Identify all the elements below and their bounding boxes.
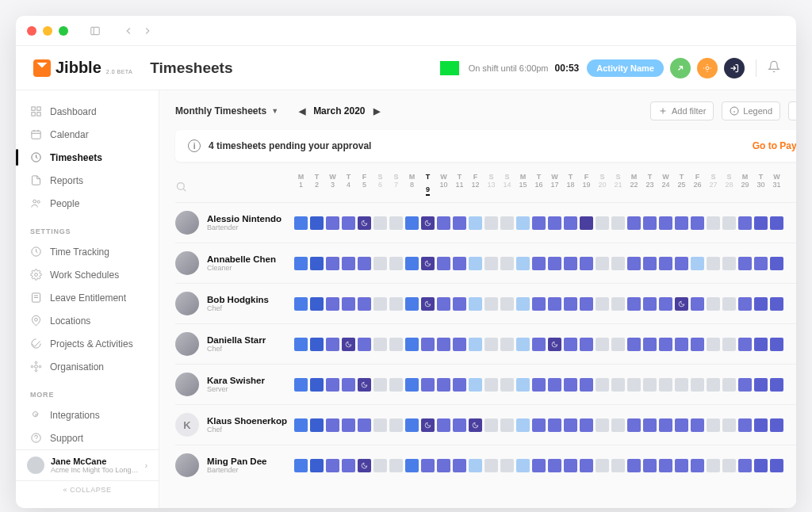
timesheet-cell[interactable] [389, 459, 403, 472]
timesheet-cell[interactable] [611, 257, 625, 270]
timesheet-cell[interactable] [548, 459, 561, 472]
timesheet-cell[interactable] [596, 257, 609, 270]
timesheet-cell[interactable] [754, 257, 768, 270]
pay-periods-link[interactable]: Go to Pay Periods [753, 140, 796, 151]
timesheet-cell[interactable] [453, 378, 466, 392]
timesheet-cell[interactable] [691, 378, 704, 392]
timesheet-cell[interactable] [722, 459, 736, 472]
timesheet-cell[interactable] [294, 459, 308, 472]
timesheet-cell[interactable] [469, 418, 482, 432]
timesheet-cell[interactable] [310, 257, 324, 270]
timesheet-cell[interactable] [342, 297, 355, 311]
timesheet-cell[interactable] [596, 418, 609, 432]
timesheet-cell[interactable] [485, 338, 498, 351]
timesheet-cell[interactable] [675, 338, 688, 351]
timesheet-cell[interactable] [675, 378, 688, 392]
timesheet-cell[interactable] [326, 216, 339, 230]
timesheet-cell[interactable] [342, 418, 355, 432]
timesheet-cell[interactable] [500, 257, 514, 270]
sidebar-item-people[interactable]: People [16, 192, 159, 215]
timesheet-cell[interactable] [516, 297, 530, 311]
timesheet-cell[interactable] [770, 418, 783, 432]
timesheet-cell[interactable] [500, 338, 514, 351]
timesheet-cell[interactable] [738, 257, 752, 270]
timesheet-cell[interactable] [707, 378, 720, 392]
person-name[interactable]: Daniella Starr [207, 335, 266, 345]
timesheet-cell[interactable] [342, 257, 355, 270]
timesheet-cell[interactable] [516, 257, 530, 270]
timesheet-cell[interactable] [675, 297, 688, 311]
timesheet-cell[interactable] [453, 257, 466, 270]
timesheet-cell[interactable] [596, 338, 609, 351]
timesheet-cell[interactable] [754, 378, 768, 392]
timesheet-cell[interactable] [611, 338, 625, 351]
forward-icon[interactable] [141, 25, 154, 37]
timesheet-cell[interactable] [358, 418, 371, 432]
current-user[interactable]: Jane McCane Acme Inc Might Too Long… › [16, 449, 159, 480]
timesheet-cell[interactable] [373, 378, 387, 392]
timesheet-cell[interactable] [389, 418, 403, 432]
timesheet-cell[interactable] [738, 297, 752, 311]
timesheet-cell[interactable] [611, 297, 625, 311]
timesheet-cell[interactable] [373, 216, 387, 230]
sidebar-item-projects-&-activities[interactable]: Projects & Activities [16, 332, 159, 355]
timesheet-cell[interactable] [659, 459, 672, 472]
timesheet-cell[interactable] [485, 216, 498, 230]
timesheet-cell[interactable] [548, 257, 561, 270]
timesheet-cell[interactable] [516, 338, 530, 351]
back-icon[interactable] [122, 25, 135, 37]
timesheet-cell[interactable] [421, 338, 435, 351]
timesheet-cell[interactable] [453, 216, 466, 230]
timesheet-cell[interactable] [342, 216, 355, 230]
sidebar-item-calendar[interactable]: Calendar [16, 123, 159, 146]
timesheet-cell[interactable] [675, 257, 688, 270]
collapse-button[interactable]: « COLLAPSE [16, 480, 159, 499]
timesheet-cell[interactable] [453, 418, 466, 432]
view-dropdown[interactable]: Monthly Timesheets▼ [175, 105, 278, 117]
logout-icon[interactable] [724, 58, 745, 78]
timesheet-cell[interactable] [738, 418, 752, 432]
timesheet-cell[interactable] [326, 459, 339, 472]
timesheet-cell[interactable] [707, 257, 720, 270]
timesheet-cell[interactable] [596, 216, 609, 230]
timesheet-cell[interactable] [754, 297, 768, 311]
person-name[interactable]: Bob Hodgkins [207, 295, 269, 304]
timesheet-cell[interactable] [326, 338, 339, 351]
timesheet-cell[interactable] [596, 459, 609, 472]
timesheet-cell[interactable] [437, 216, 450, 230]
timesheet-cell[interactable] [500, 297, 514, 311]
person-name[interactable]: Annabelle Chen [207, 254, 276, 264]
timesheet-cell[interactable] [627, 257, 641, 270]
timesheet-cell[interactable] [310, 378, 324, 392]
timesheet-cell[interactable] [358, 378, 371, 392]
sidebar-item-time-tracking[interactable]: Time Tracking [16, 240, 159, 263]
timesheet-cell[interactable] [722, 338, 736, 351]
timesheet-cell[interactable] [389, 297, 403, 311]
timesheet-cell[interactable] [532, 297, 546, 311]
timesheet-cell[interactable] [548, 378, 561, 392]
timesheet-cell[interactable] [564, 418, 577, 432]
timesheet-cell[interactable] [754, 216, 768, 230]
legend-button[interactable]: Legend [722, 101, 780, 120]
timesheet-cell[interactable] [421, 216, 435, 230]
timesheet-cell[interactable] [373, 257, 387, 270]
timesheet-cell[interactable] [342, 378, 355, 392]
timesheet-cell[interactable] [580, 418, 593, 432]
timesheet-cell[interactable] [738, 216, 752, 230]
prev-month-icon[interactable]: ◀ [299, 106, 305, 117]
timesheet-cell[interactable] [516, 378, 530, 392]
timesheet-cell[interactable] [294, 216, 308, 230]
person-name[interactable]: Alessio Nintendo [207, 214, 282, 224]
timesheet-cell[interactable] [627, 338, 641, 351]
timesheet-cell[interactable] [405, 378, 419, 392]
timesheet-cell[interactable] [358, 297, 371, 311]
timesheet-cell[interactable] [294, 418, 308, 432]
timesheet-cell[interactable] [326, 297, 339, 311]
timesheet-cell[interactable] [310, 459, 324, 472]
timesheet-cell[interactable] [294, 378, 308, 392]
timesheet-cell[interactable] [373, 459, 387, 472]
timesheet-cell[interactable] [532, 338, 546, 351]
timesheet-cell[interactable] [707, 418, 720, 432]
timesheet-cell[interactable] [643, 297, 657, 311]
close-dot[interactable] [27, 26, 36, 36]
